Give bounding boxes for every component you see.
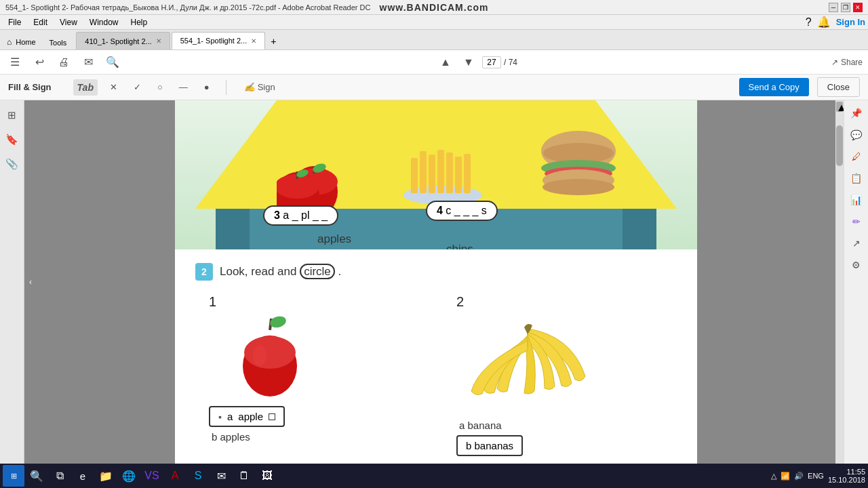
circle-tool[interactable]: ○: [153, 79, 167, 95]
exercise-2-instruction: Look, read and circle .: [220, 265, 341, 279]
taskbar-systray: △ 📶 🔊 ENG 11:55 15.10.2018: [771, 468, 865, 484]
item-1-number: 1: [209, 294, 216, 310]
item-1-option-b: b apples: [212, 431, 250, 443]
item-1-option-a-text: apple: [238, 411, 263, 422]
home-tab[interactable]: ⌂ Home: [3, 35, 40, 49]
word-box-3: 3 a _ pl _ _: [263, 205, 338, 226]
tab-2[interactable]: 554_1- Spotlight 2... ✕: [172, 32, 265, 49]
scroll-up-arrow[interactable]: ▲: [836, 102, 843, 112]
word-4-number: 4: [437, 205, 446, 216]
tab-1-label: 410_1- Spotlight 2...: [85, 37, 151, 45]
right-sidebar: 📌 💬 🖊 📋 📊 ✏ ↗ ⚙: [844, 100, 868, 464]
minimize-button[interactable]: ─: [829, 3, 838, 12]
scrollbar-thumb[interactable]: [836, 125, 843, 166]
tab-2-close[interactable]: ✕: [251, 37, 256, 45]
rs-comment-icon[interactable]: 💬: [846, 125, 867, 145]
share-button[interactable]: ↗ Share: [831, 58, 863, 67]
menu-window[interactable]: Window: [84, 16, 124, 28]
back-button[interactable]: ↩: [30, 53, 49, 72]
volume-icon: 🔊: [794, 472, 804, 481]
restore-button[interactable]: ❐: [841, 3, 850, 12]
rs-highlight-icon[interactable]: 🖊: [846, 146, 867, 167]
folder-icon[interactable]: 📁: [95, 465, 117, 487]
sidebar-bookmark-icon[interactable]: 🔖: [3, 130, 22, 149]
print-button[interactable]: 🖨: [54, 53, 73, 72]
item-1-image-container: [236, 315, 304, 399]
check-tool[interactable]: ✓: [130, 79, 145, 95]
fillsign-bar: Fill & Sign Tab ✕ ✓ ○ — ● ✍ Sign Send a …: [0, 75, 868, 100]
item-2-option-b-text: bananas: [475, 440, 514, 451]
sidebar-attachment-icon[interactable]: 📎: [3, 155, 22, 174]
acrobat-taskbar-icon[interactable]: A: [164, 465, 186, 487]
prev-page-button[interactable]: ▲: [436, 53, 455, 72]
exercise-2-number: 2: [195, 263, 213, 281]
calc-icon[interactable]: 🗒: [233, 465, 255, 487]
item-2-number: 2: [456, 294, 464, 310]
sign-in-button[interactable]: Sign In: [836, 17, 865, 27]
rs-stamp-icon[interactable]: 📋: [846, 168, 867, 188]
rs-gear-icon[interactable]: ⚙: [846, 255, 867, 275]
taskbar-time: 11:55: [828, 468, 865, 476]
clear-tool[interactable]: ✕: [106, 79, 121, 95]
tab-1[interactable]: 410_1- Spotlight 2... ✕: [76, 32, 170, 49]
tools-tab[interactable]: Tools: [44, 36, 73, 49]
skype-icon[interactable]: S: [187, 465, 209, 487]
bell-icon[interactable]: 🔔: [817, 16, 831, 28]
sign-button[interactable]: ✍ Sign: [239, 79, 281, 95]
vertical-scrollbar[interactable]: ▲: [835, 100, 844, 464]
task-view-icon[interactable]: ⧉: [49, 465, 71, 487]
tab-tool[interactable]: Tab: [73, 79, 98, 96]
item-1-checkbox: [269, 413, 275, 420]
page-number-input[interactable]: [482, 56, 501, 68]
svg-rect-3: [623, 209, 656, 249]
page-wrapper: 3 a _ pl _ _ 4 c _ _ _ s apples chips: [175, 100, 697, 464]
tab-1-close[interactable]: ✕: [156, 37, 161, 45]
tray-arrow[interactable]: △: [771, 472, 776, 481]
menu-help[interactable]: Help: [125, 16, 153, 28]
sandwich-svg: [534, 127, 623, 209]
start-icon: ⊞: [11, 472, 17, 481]
table-background: 3 a _ pl _ _ 4 c _ _ _ s apples chips: [175, 100, 697, 249]
menu-view[interactable]: View: [54, 16, 83, 28]
close-fillsign-button[interactable]: Close: [817, 77, 860, 97]
new-tab-button[interactable]: +: [267, 33, 280, 49]
start-button[interactable]: ⊞: [3, 465, 24, 487]
close-window-button[interactable]: ✕: [853, 3, 863, 12]
svg-rect-18: [455, 157, 462, 193]
svg-rect-17: [446, 152, 453, 193]
item-2-image-container: [456, 315, 599, 413]
search-taskbar-icon[interactable]: 🔍: [26, 465, 47, 487]
dot-tool[interactable]: ●: [200, 79, 214, 95]
scroll-left-arrow[interactable]: ‹: [29, 277, 32, 287]
tabbar: ⌂ Home Tools 410_1- Spotlight 2... ✕ 554…: [0, 30, 868, 50]
titlebar-title: 554_1- Spotlight 2- Рабочая тетрадь_Быко…: [5, 3, 370, 12]
panel-toggle-button[interactable]: ☰: [5, 53, 24, 72]
line-tool[interactable]: —: [175, 79, 192, 95]
fries-svg: [399, 138, 487, 205]
rs-chart-icon[interactable]: 📊: [846, 190, 867, 210]
watermark: www.BANDICAM.com: [380, 2, 489, 13]
checkbox-icon: ▪: [218, 411, 222, 422]
help-icon[interactable]: ?: [806, 16, 812, 28]
left-sidebar: ⊞ 🔖 📎: [0, 100, 24, 464]
sidebar-thumbnail-icon[interactable]: ⊞: [3, 106, 22, 125]
titlebar-controls: ─ ❐ ✕: [829, 3, 863, 12]
vs-icon[interactable]: VS: [141, 465, 163, 487]
item-1: 1 ▪ a: [195, 294, 429, 456]
send-copy-button[interactable]: Send a Copy: [739, 78, 809, 96]
svg-point-25: [542, 179, 614, 195]
svg-point-30: [253, 346, 267, 366]
rs-edit-icon[interactable]: ✏: [846, 211, 867, 232]
menu-file[interactable]: File: [3, 16, 26, 28]
rs-arrow-icon[interactable]: ↗: [846, 233, 867, 253]
mail-icon[interactable]: ✉: [210, 465, 232, 487]
next-page-button[interactable]: ▼: [459, 53, 478, 72]
search-button[interactable]: 🔍: [103, 53, 122, 72]
email-button[interactable]: ✉: [79, 53, 98, 72]
img-icon[interactable]: 🖼: [256, 465, 278, 487]
ie-icon[interactable]: e: [72, 465, 94, 487]
rs-pin-icon[interactable]: 📌: [846, 103, 867, 123]
apples-svg: [277, 141, 344, 216]
menu-edit[interactable]: Edit: [28, 16, 53, 28]
chrome-icon[interactable]: 🌐: [118, 465, 140, 487]
